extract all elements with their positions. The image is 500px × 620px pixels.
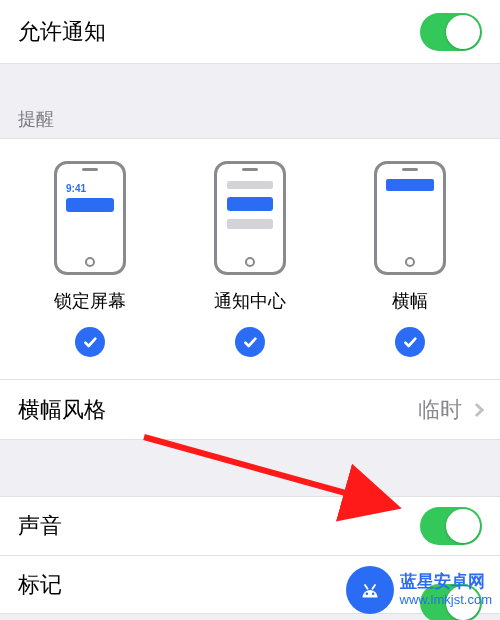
toggle-knob [446,15,480,49]
banner-style-row[interactable]: 横幅风格 临时 [0,380,500,440]
watermark-url: www.lmkjst.com [400,592,492,608]
banners-label: 横幅 [392,289,428,313]
toggle-knob [446,509,480,543]
svg-point-2 [371,593,374,596]
notification-center-label: 通知中心 [214,289,286,313]
sounds-label: 声音 [18,511,62,541]
badges-label: 标记 [18,570,62,600]
lock-screen-preview-icon: 9:41 [54,161,126,275]
banner-style-value: 临时 [418,395,462,425]
banner-style-value-wrap: 临时 [418,395,482,425]
lock-screen-time: 9:41 [66,183,86,194]
allow-notifications-row: 允许通知 [0,0,500,64]
allow-notifications-label: 允许通知 [18,17,106,47]
lock-screen-check-icon [75,327,105,357]
watermark-text: 蓝星安卓网 www.lmkjst.com [400,572,492,608]
alert-option-banners[interactable]: 横幅 [335,161,485,357]
svg-line-3 [365,585,368,589]
sounds-toggle[interactable] [420,507,482,545]
alerts-row: 9:41 锁定屏幕 通知中心 [0,138,500,380]
section-gap [0,440,500,496]
banners-check-icon [395,327,425,357]
svg-point-1 [365,593,368,596]
banner-style-label: 横幅风格 [18,395,106,425]
lock-screen-label: 锁定屏幕 [54,289,126,313]
watermark-logo-icon [346,566,394,614]
allow-notifications-toggle[interactable] [420,13,482,51]
notification-center-check-icon [235,327,265,357]
watermark: 蓝星安卓网 www.lmkjst.com [346,566,492,614]
notification-center-preview-icon [214,161,286,275]
watermark-title: 蓝星安卓网 [400,572,492,592]
sounds-row: 声音 [0,496,500,556]
alert-option-notification-center[interactable]: 通知中心 [175,161,325,357]
alert-option-lock-screen[interactable]: 9:41 锁定屏幕 [15,161,165,357]
banners-preview-icon [374,161,446,275]
section-gap [0,64,500,100]
svg-line-4 [372,585,375,589]
alerts-section-header: 提醒 [0,100,500,138]
chevron-right-icon [470,402,484,416]
